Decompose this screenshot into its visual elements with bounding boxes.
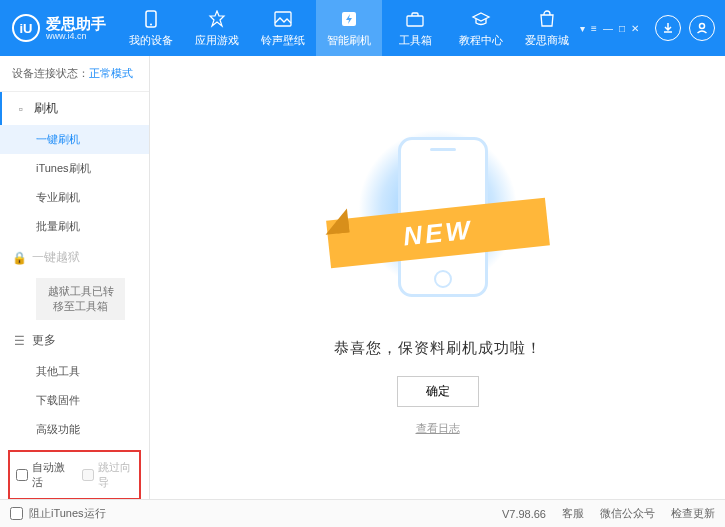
nav-flash[interactable]: 智能刷机 [316,0,382,56]
sidebar-item-batch-flash[interactable]: 批量刷机 [0,212,149,241]
highlighted-options: 自动激活 跳过向导 [8,450,141,499]
svg-rect-4 [407,16,423,26]
sidebar-group-more[interactable]: ☰ 更多 [0,324,149,357]
download-button[interactable] [655,15,681,41]
bag-icon [537,9,557,29]
footer: 阻止iTunes运行 V7.98.66 客服 微信公众号 检查更新 [0,499,725,527]
top-nav: 我的设备 应用游戏 铃声壁纸 智能刷机 工具箱 教程中心 [118,0,580,56]
minimize-icon[interactable]: — [603,23,613,34]
menu-icon[interactable]: ▾ [580,23,585,34]
maximize-icon[interactable]: □ [619,23,625,34]
sidebar-group-jailbreak[interactable]: 🔒 一键越狱 [0,241,149,274]
sidebar: 设备连接状态：正常模式 ▫ 刷机 一键刷机 iTunes刷机 专业刷机 批量刷机… [0,56,150,499]
nav-tutorials[interactable]: 教程中心 [448,0,514,56]
logo: iU 爱思助手 www.i4.cn [0,14,118,42]
nav-toolbox[interactable]: 工具箱 [382,0,448,56]
sidebar-block-jailbreak-moved[interactable]: 越狱工具已转移至工具箱 [36,278,125,320]
logo-mark: iU [12,14,40,42]
svg-point-1 [150,23,152,25]
list-icon[interactable]: ≡ [591,23,597,34]
user-button[interactable] [689,15,715,41]
svg-rect-2 [275,12,291,26]
sidebar-item-download-firmware[interactable]: 下载固件 [0,386,149,415]
nav-store[interactable]: 爱思商城 [514,0,580,56]
flash-icon [339,9,359,29]
apps-icon [207,9,227,29]
ok-button[interactable]: 确定 [397,376,479,407]
sidebar-item-other-tools[interactable]: 其他工具 [0,357,149,386]
sidebar-item-itunes-flash[interactable]: iTunes刷机 [0,154,149,183]
sidebar-item-advanced[interactable]: 高级功能 [0,415,149,444]
checkbox-skip-guide[interactable]: 跳过向导 [82,460,134,490]
image-icon [273,9,293,29]
sidebar-item-pro-flash[interactable]: 专业刷机 [0,183,149,212]
phone-small-icon: ▫ [14,102,28,116]
checkbox-auto-activate[interactable]: 自动激活 [16,460,68,490]
version-label: V7.98.66 [502,508,546,520]
sidebar-group-flash[interactable]: ▫ 刷机 [0,92,149,125]
lock-icon: 🔒 [12,251,26,265]
toolbox-icon [405,9,425,29]
window-controls: ▾ ≡ — □ ✕ [580,23,639,34]
wechat-link[interactable]: 微信公众号 [600,506,655,521]
graduation-icon [471,9,491,29]
success-illustration: NEW [338,119,538,319]
phone-icon [141,9,161,29]
view-log-link[interactable]: 查看日志 [416,421,460,436]
app-url: www.i4.cn [46,31,106,41]
sidebar-item-oneclick-flash[interactable]: 一键刷机 [0,125,149,154]
nav-ringtones[interactable]: 铃声壁纸 [250,0,316,56]
checkbox-block-itunes[interactable]: 阻止iTunes运行 [10,506,106,521]
nav-my-device[interactable]: 我的设备 [118,0,184,56]
main-content: NEW 恭喜您，保资料刷机成功啦！ 确定 查看日志 [150,56,725,499]
menu-lines-icon: ☰ [12,334,26,348]
connection-status: 设备连接状态：正常模式 [0,56,149,92]
app-title: 爱思助手 [46,16,106,31]
close-icon[interactable]: ✕ [631,23,639,34]
check-update-link[interactable]: 检查更新 [671,506,715,521]
success-message: 恭喜您，保资料刷机成功啦！ [334,339,542,358]
header: iU 爱思助手 www.i4.cn 我的设备 应用游戏 铃声壁纸 智能刷机 [0,0,725,56]
svg-point-5 [700,24,705,29]
support-link[interactable]: 客服 [562,506,584,521]
nav-apps-games[interactable]: 应用游戏 [184,0,250,56]
